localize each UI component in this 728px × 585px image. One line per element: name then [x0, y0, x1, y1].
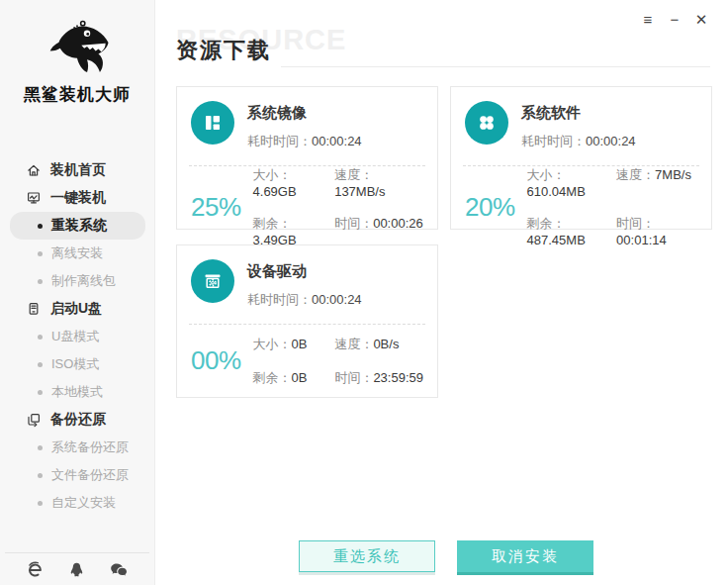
- stat-value: 7MB/s: [655, 167, 691, 182]
- backup-restore-icon: [26, 412, 42, 428]
- card-elapsed: 耗时时间：00:00:24: [247, 291, 362, 309]
- stat-label: 剩余：: [253, 216, 292, 231]
- sidebar-item-usb-mode[interactable]: U盘模式: [0, 323, 154, 350]
- bullet-icon: [38, 473, 43, 478]
- app-window: 黑鲨装机大师 装机首页 一键装机 重装系统 离线安装: [0, 0, 728, 585]
- stat-value: 610.04MB: [527, 184, 586, 199]
- sidebar-item-boot-usb[interactable]: 启动U盘: [0, 295, 154, 323]
- stat-size: 大小：0B: [253, 336, 308, 353]
- stat-label: 大小：: [253, 337, 292, 351]
- sidebar-item-iso-mode[interactable]: ISO模式: [0, 350, 154, 378]
- card-title: 设备驱动: [247, 259, 362, 281]
- app-name: 黑鲨装机大师: [0, 83, 154, 106]
- sidebar-item-label: 制作离线包: [51, 272, 116, 290]
- stat-value: 0B/s: [373, 337, 399, 351]
- menu-icon[interactable]: ≡: [639, 10, 657, 28]
- progress-percent: 20%: [465, 192, 515, 223]
- shark-logo-icon: [35, 14, 120, 81]
- stat-value: 00:00:26: [373, 216, 423, 231]
- stat-value: 0B: [292, 337, 308, 351]
- card-device-driver: 设备驱动 耗时时间：00:00:24 00% 大小：0B 速度：0B/s 剩余：…: [176, 244, 438, 398]
- stat-remaining: 剩余：487.45MB: [527, 215, 617, 247]
- sidebar-item-label: 离线安装: [51, 244, 103, 262]
- card-title: 系统镜像: [247, 101, 362, 123]
- sidebar-item-one-key-install[interactable]: 一键装机: [0, 184, 154, 212]
- ie-icon[interactable]: [27, 561, 44, 578]
- stat-speed: 速度：7MB/s: [616, 166, 697, 199]
- stat-value: 487.45MB: [527, 233, 586, 247]
- cancel-install-button[interactable]: 取消安装: [457, 540, 593, 572]
- stat-label: 剩余：: [527, 216, 566, 231]
- sidebar-item-label: 本地模式: [51, 383, 103, 401]
- elapsed-label: 耗时时间：: [521, 134, 586, 148]
- stat-value: 137MB/s: [334, 184, 385, 199]
- bullet-icon: [38, 390, 43, 395]
- stat-value: 23:59:59: [373, 370, 423, 385]
- stat-label: 大小：: [527, 167, 566, 182]
- sidebar-item-label: U盘模式: [51, 328, 99, 345]
- card-elapsed: 耗时时间：00:00:24: [247, 133, 362, 150]
- qq-icon[interactable]: [69, 561, 84, 577]
- sidebar-item-home[interactable]: 装机首页: [0, 156, 154, 184]
- sidebar-item-make-offline-package[interactable]: 制作离线包: [0, 267, 154, 295]
- sidebar-item-backup-restore[interactable]: 备份还原: [0, 406, 154, 434]
- elapsed-value: 00:00:24: [312, 134, 362, 148]
- sidebar: 黑鲨装机大师 装机首页 一键装机 重装系统 离线安装: [0, 0, 155, 585]
- elapsed-value: 00:00:24: [586, 134, 636, 148]
- stat-remaining: 剩余：3.49GB: [253, 215, 335, 247]
- stat-label: 时间：: [334, 370, 373, 385]
- stat-label: 速度：: [334, 337, 373, 351]
- bullet-icon: [38, 501, 43, 506]
- stat-value: 00:01:14: [616, 233, 667, 247]
- bullet-icon: [38, 335, 43, 340]
- usb-drive-icon: [26, 301, 42, 317]
- sidebar-item-offline-install[interactable]: 离线安装: [0, 240, 154, 267]
- card-elapsed: 耗时时间：00:00:24: [521, 133, 636, 150]
- elapsed-label: 耗时时间：: [247, 134, 312, 148]
- progress-percent: 25%: [191, 192, 241, 223]
- stat-remaining: 剩余：0B: [253, 369, 308, 387]
- bullet-icon: [38, 224, 43, 229]
- bullet-icon: [38, 251, 43, 256]
- stat-label: 速度：: [616, 167, 655, 182]
- minimize-icon[interactable]: −: [666, 10, 683, 28]
- card-stats: 大小：610.04MB 速度：7MB/s 剩余：487.45MB 时间：00:0…: [527, 166, 697, 247]
- bullet-icon: [38, 279, 43, 284]
- stat-label: 大小：: [253, 167, 292, 182]
- bullet-icon: [38, 362, 43, 367]
- sidebar-nav: 装机首页 一键装机 重装系统 离线安装 制作离线包: [0, 156, 154, 517]
- window-controls: ≡ − ✕: [639, 10, 710, 28]
- elapsed-label: 耗时时间：: [247, 292, 312, 307]
- sidebar-item-custom-install[interactable]: 自定义安装: [0, 489, 154, 517]
- card-system-image: 系统镜像 耗时时间：00:00:24 25% 大小：4.69GB 速度：137M…: [176, 86, 438, 230]
- sidebar-item-label: 自定义安装: [51, 494, 116, 512]
- title-divider: [281, 66, 710, 67]
- sidebar-item-reinstall-system[interactable]: 重装系统: [10, 212, 145, 240]
- stat-speed: 速度：0B/s: [334, 336, 423, 353]
- sidebar-item-label: 系统备份还原: [51, 439, 129, 456]
- sidebar-item-label: ISO模式: [51, 355, 99, 373]
- wechat-icon[interactable]: [110, 561, 128, 577]
- stat-time: 时间：00:01:14: [616, 215, 697, 247]
- sidebar-item-label: 启动U盘: [50, 300, 102, 318]
- stat-label: 速度：: [334, 167, 373, 182]
- sidebar-item-local-mode[interactable]: 本地模式: [0, 378, 154, 406]
- stat-speed: 速度：137MB/s: [334, 166, 423, 199]
- home-icon: [26, 162, 42, 178]
- monitor-chart-icon: [26, 190, 42, 206]
- sidebar-item-label: 文件备份还原: [51, 466, 129, 484]
- stat-time: 时间：00:00:26: [334, 215, 423, 247]
- reselect-system-button[interactable]: 重选系统: [299, 540, 435, 572]
- app-logo: 黑鲨装机大师: [0, 0, 154, 106]
- elapsed-value: 00:00:24: [312, 292, 362, 307]
- sidebar-item-system-backup-restore[interactable]: 系统备份还原: [0, 434, 154, 461]
- bullet-icon: [38, 445, 43, 450]
- social-bar: [5, 552, 149, 585]
- stat-value: 4.69GB: [253, 184, 297, 199]
- main-content: ≡ − ✕ RESOURCE 资源下载 系统镜像 耗时时间：00:00:24 2…: [156, 0, 728, 585]
- sidebar-item-file-backup-restore[interactable]: 文件备份还原: [0, 461, 154, 489]
- page-title: 资源下载: [176, 36, 271, 65]
- close-icon[interactable]: ✕: [692, 10, 710, 28]
- sidebar-item-label: 一键装机: [50, 189, 106, 207]
- stat-size: 大小：610.04MB: [527, 166, 617, 199]
